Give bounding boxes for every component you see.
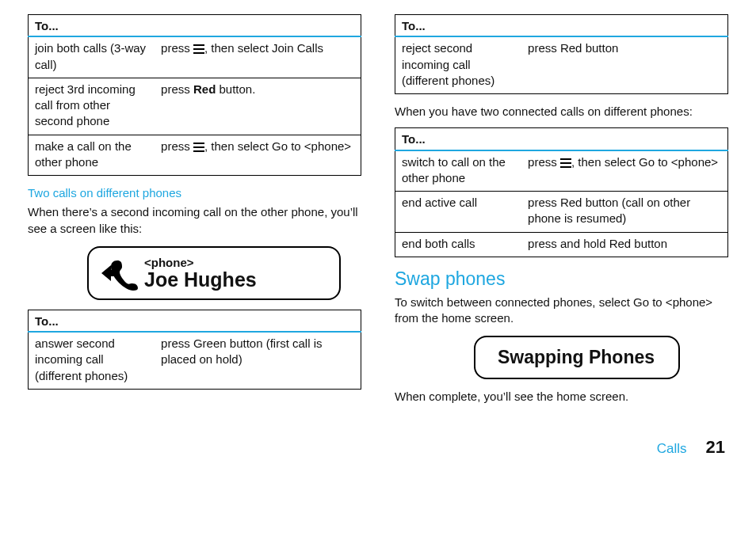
screen-phone-label: <phone> (144, 257, 257, 268)
action-cell: make a call on the other phone (29, 135, 155, 176)
menu-icon (560, 158, 571, 168)
table-row: reject 3rd incoming call from other seco… (29, 78, 361, 135)
swap-outro: When complete, you’ll see the home scree… (395, 389, 728, 405)
do-cell: press Green button (first call is placed… (155, 332, 361, 389)
table-row: end both calls press and hold Red button (395, 232, 728, 257)
do-cell: press , then select Go to <phone> (521, 150, 727, 192)
menu-icon (193, 44, 204, 54)
action-cell: switch to call on the other phone (395, 150, 522, 192)
action-cell: reject second incoming call (different p… (395, 36, 522, 93)
swap-intro: To switch between connected phones, sele… (395, 295, 728, 327)
swapping-screen-text: Swapping Phones (487, 345, 666, 370)
caller-name: Joe Hughes (144, 270, 257, 290)
do-cell: press Red button (call on other phone is… (521, 192, 727, 233)
table-row: reject second incoming call (different p… (395, 36, 728, 93)
actions-table-2: To... answer second incoming call (diffe… (28, 310, 361, 390)
do-cell: press and hold Red button (521, 232, 727, 257)
table-row: make a call on the other phone press , t… (29, 135, 361, 176)
menu-icon (193, 143, 204, 152)
table-header: To... (29, 310, 361, 332)
actions-table-1: To... join both calls (3‑way call) press… (28, 14, 361, 176)
do-cell: press , then select Go to <phone> (155, 135, 361, 176)
table-row: switch to call on the other phone press … (395, 150, 728, 192)
action-cell: answer second incoming call (different p… (29, 332, 155, 389)
action-cell: reject 3rd incoming call from other seco… (29, 78, 155, 135)
table-header: To... (29, 15, 361, 37)
table-row: end active call press Red button (call o… (395, 192, 728, 233)
chapter-name: Calls (657, 440, 687, 458)
page-footer: Calls 21 (28, 435, 728, 459)
table-header: To... (395, 15, 728, 37)
section-intro-two-calls: When there’s a second incoming call on t… (28, 204, 361, 237)
swapping-screen: Swapping Phones (474, 336, 680, 379)
intro-two-connected: When you have two connected calls on dif… (395, 104, 728, 120)
do-cell: press Red button. (155, 78, 361, 135)
phone-incoming-icon (100, 256, 138, 291)
do-cell: press , then select Join Calls (155, 36, 361, 78)
section-heading-two-calls: Two calls on different phones (28, 185, 361, 201)
table-row: join both calls (3‑way call) press , the… (29, 36, 361, 78)
actions-table-4: To... switch to call on the other phone … (395, 127, 728, 257)
incoming-call-screen: <phone> Joe Hughes (87, 246, 341, 300)
do-cell: press Red button (521, 36, 727, 93)
actions-table-3: To... reject second incoming call (diffe… (395, 14, 728, 94)
table-row: answer second incoming call (different p… (29, 332, 361, 389)
action-cell: end active call (395, 192, 522, 233)
table-header: To... (395, 128, 728, 150)
page-number: 21 (706, 435, 725, 459)
action-cell: join both calls (3‑way call) (29, 36, 155, 78)
action-cell: end both calls (395, 232, 522, 257)
section-heading-swap: Swap phones (395, 267, 728, 291)
